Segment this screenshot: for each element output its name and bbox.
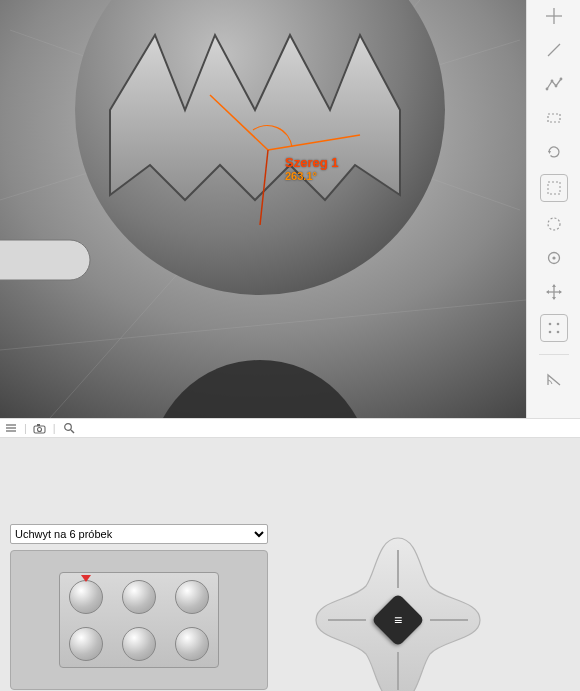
polyline-tool[interactable] [542, 72, 566, 96]
sample-slot-5[interactable] [122, 627, 156, 661]
svg-marker-19 [548, 151, 551, 154]
grid-dots-tool[interactable] [540, 314, 568, 342]
list-view-icon[interactable] [4, 421, 18, 435]
svg-point-14 [545, 88, 548, 91]
tool-sidebar [526, 0, 580, 418]
sample-block [59, 572, 219, 668]
rotate-tool[interactable] [542, 140, 566, 164]
holder-select[interactable]: Uchwyt na 6 próbek [10, 524, 268, 544]
tool-separator [539, 354, 569, 355]
circle-tool[interactable] [542, 212, 566, 236]
svg-rect-18 [548, 114, 560, 122]
svg-marker-29 [559, 290, 562, 294]
search-view-icon[interactable] [62, 421, 76, 435]
sample-slot-2[interactable] [122, 580, 156, 614]
sample-holder-preview[interactable] [10, 550, 268, 690]
dpad-up[interactable] [378, 538, 418, 588]
svg-point-23 [552, 256, 555, 259]
dpad-left[interactable] [316, 600, 366, 640]
svg-point-16 [554, 85, 557, 88]
svg-marker-26 [552, 284, 556, 287]
sample-slot-1[interactable] [69, 580, 103, 614]
angle-value: 263.1° [285, 170, 317, 182]
move-tool[interactable] [542, 280, 566, 304]
tab-divider: | [24, 422, 27, 434]
svg-point-32 [548, 331, 551, 334]
dpad-right[interactable] [430, 600, 480, 640]
crosshair-tool[interactable] [542, 4, 566, 28]
svg-point-33 [556, 331, 559, 334]
svg-marker-27 [552, 297, 556, 300]
svg-rect-20 [548, 182, 560, 194]
diagonal-tool[interactable] [542, 38, 566, 62]
tab-divider: | [53, 422, 56, 434]
stage-dpad: ≡ [308, 530, 488, 691]
svg-point-30 [548, 323, 551, 326]
svg-point-15 [550, 80, 553, 83]
aperture-tool[interactable] [542, 246, 566, 270]
svg-point-21 [548, 218, 560, 230]
menu-icon: ≡ [394, 613, 402, 627]
lower-panel: Uchwyt na 6 próbek X = 28.152; Y = 70.14… [0, 438, 580, 691]
dpad-down[interactable] [378, 652, 418, 691]
svg-rect-39 [37, 424, 40, 426]
svg-rect-7 [0, 240, 90, 280]
svg-point-38 [38, 427, 42, 431]
sample-slot-4[interactable] [69, 627, 103, 661]
series-label: Szereg 1 [285, 155, 338, 170]
svg-line-41 [71, 430, 74, 433]
image-viewer[interactable]: Szereg 1 263.1° [0, 0, 526, 418]
svg-point-40 [64, 424, 71, 431]
svg-line-13 [548, 44, 560, 56]
svg-point-17 [559, 78, 562, 81]
svg-marker-28 [546, 290, 549, 294]
angle-tool[interactable] [542, 367, 566, 391]
view-tab-bar: | | [0, 418, 580, 438]
bounds-tool[interactable] [540, 174, 568, 202]
rect-select-tool[interactable] [542, 106, 566, 130]
sample-slot-3[interactable] [175, 580, 209, 614]
svg-point-31 [556, 323, 559, 326]
camera-view-icon[interactable] [33, 421, 47, 435]
sample-slot-6[interactable] [175, 627, 209, 661]
